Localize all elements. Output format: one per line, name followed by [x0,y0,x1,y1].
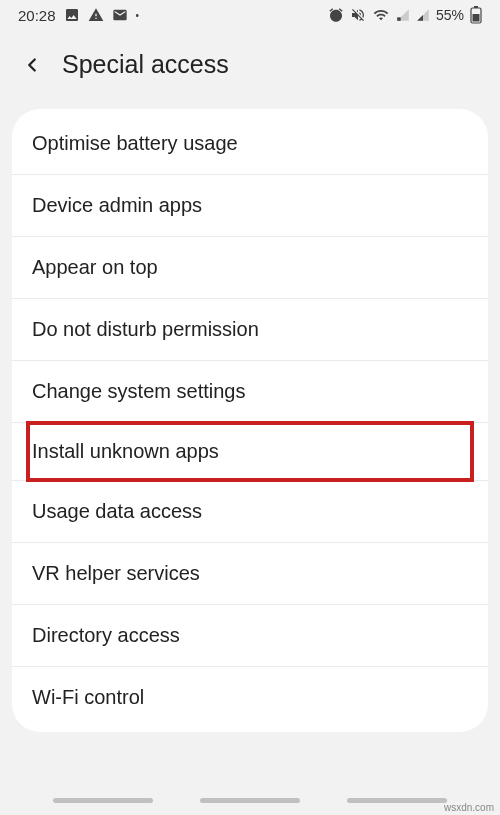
list-item-label: Change system settings [32,380,245,402]
list-item-label: Device admin apps [32,194,202,216]
item-device-admin-apps[interactable]: Device admin apps [12,175,488,237]
list-item-label: Install unknown apps [32,440,219,462]
status-left: 20:28 • [18,7,139,24]
item-install-unknown-apps[interactable]: Install unknown apps [12,421,488,481]
watermark: wsxdn.com [444,802,494,813]
wifi-icon [372,7,390,23]
status-right: 55% [328,6,482,24]
svg-rect-2 [473,14,480,22]
nav-recents[interactable] [53,798,153,803]
image-icon [64,7,80,23]
navigation-bar [0,798,500,809]
warning-icon [88,7,104,23]
settings-list: Optimise battery usage Device admin apps… [12,109,488,732]
item-optimise-battery-usage[interactable]: Optimise battery usage [12,113,488,175]
page-header: Special access [0,30,500,109]
item-directory-access[interactable]: Directory access [12,605,488,667]
page-title: Special access [62,50,229,79]
dot-icon: • [136,10,140,21]
svg-rect-1 [474,6,478,8]
list-item-label: Optimise battery usage [32,132,238,154]
highlight-box: Install unknown apps [26,421,474,482]
status-bar: 20:28 • 55% [0,0,500,30]
alarm-icon [328,7,344,23]
item-change-system-settings[interactable]: Change system settings [12,361,488,423]
list-item-label: Usage data access [32,500,202,522]
item-do-not-disturb-permission[interactable]: Do not disturb permission [12,299,488,361]
status-time: 20:28 [18,7,56,24]
signal-icon-1 [396,8,410,22]
list-item-label: Appear on top [32,256,158,278]
back-button[interactable] [20,53,44,77]
nav-home[interactable] [200,798,300,803]
mute-icon [350,7,366,23]
list-item-label: VR helper services [32,562,200,584]
list-item-label: Directory access [32,624,180,646]
battery-text: 55% [436,7,464,23]
item-usage-data-access[interactable]: Usage data access [12,481,488,543]
item-appear-on-top[interactable]: Appear on top [12,237,488,299]
list-item-label: Do not disturb permission [32,318,259,340]
mail-icon [112,7,128,23]
list-item-label: Wi-Fi control [32,686,144,708]
signal-icon-2 [416,8,430,22]
nav-back[interactable] [347,798,447,803]
item-vr-helper-services[interactable]: VR helper services [12,543,488,605]
item-wifi-control[interactable]: Wi-Fi control [12,667,488,728]
battery-icon [470,6,482,24]
